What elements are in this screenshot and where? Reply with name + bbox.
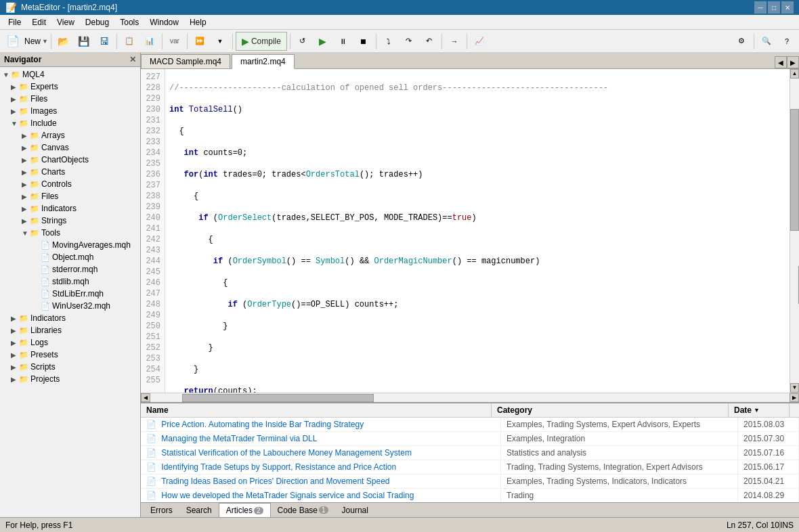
scroll-right-button[interactable]: ▶ — [790, 393, 799, 402]
window-controls: ─ □ ✕ — [754, 1, 794, 14]
settings-button[interactable]: ⚙ — [732, 32, 751, 51]
code-text[interactable]: //---------------------calculation of op… — [165, 69, 790, 393]
menu-view[interactable]: View — [51, 15, 80, 30]
minimize-button[interactable]: ─ — [754, 1, 766, 14]
tree-indicators[interactable]: ▶ 📁 Indicators — [0, 202, 140, 215]
tree-presets[interactable]: ▶ 📁 Presets — [0, 349, 140, 361]
tree-canvas[interactable]: ▶ 📁 Canvas — [0, 141, 140, 154]
chart-button[interactable]: 📈 — [470, 32, 489, 51]
tree-stdliberr[interactable]: 📄 StdLibErr.mqh — [0, 288, 140, 300]
new-button-group[interactable]: 📄 New ▼ — [3, 32, 48, 51]
article-row-5[interactable]: 📄 How we developed the MetaTrader Signal… — [141, 489, 799, 502]
tree-files2[interactable]: ▶ 📁 Files — [0, 190, 140, 202]
navigator-close[interactable]: ✕ — [129, 55, 136, 64]
article-name-4: 📄 Trading Ideas Based on Prices' Directi… — [141, 474, 501, 488]
save-all-button[interactable]: 🖫 — [95, 32, 114, 51]
scroll-up-button[interactable]: ▲ — [790, 69, 799, 79]
menu-file[interactable]: File — [3, 15, 26, 30]
article-icon-0: 📄 — [146, 420, 156, 429]
step-over-button[interactable]: ↷ — [400, 32, 418, 51]
tab-errors[interactable]: Errors — [144, 503, 179, 518]
horiz-scroll-thumb[interactable] — [182, 394, 374, 402]
tree-files[interactable]: ▶ 📁 Files — [0, 93, 140, 105]
menu-help[interactable]: Help — [184, 15, 212, 30]
step-out-button[interactable]: ↶ — [420, 32, 439, 51]
scroll-left-button[interactable]: ◀ — [141, 393, 150, 402]
pause-button[interactable]: ⏸ — [334, 32, 353, 51]
help-button[interactable]: ? — [777, 32, 796, 51]
view2-button[interactable]: 📊 — [140, 32, 159, 51]
tree-experts[interactable]: ▶ 📁 Experts — [0, 81, 140, 93]
tree-libraries[interactable]: ▶ 📁 Libraries — [0, 324, 140, 336]
tree-arrays[interactable]: ▶ 📁 Arrays — [0, 129, 140, 141]
sep-10 — [754, 33, 754, 49]
tree-controls[interactable]: ▶ 📁 Controls — [0, 178, 140, 190]
article-row-3[interactable]: 📄 Identifying Trade Setups by Support, R… — [141, 460, 799, 474]
code-container[interactable]: 227 228 229 230 231 232 233 234 235 236 … — [141, 69, 799, 393]
view-button[interactable]: 📋 — [120, 32, 139, 51]
tree-include[interactable]: ▼ 📁 Include — [0, 117, 140, 129]
tree-tools[interactable]: ▼ 📁 Tools — [0, 227, 140, 239]
article-icon-2: 📄 — [146, 448, 156, 458]
save-button[interactable]: 💾 — [74, 32, 93, 51]
menu-tools[interactable]: Tools — [114, 15, 144, 30]
var-button[interactable]: var — [165, 32, 184, 51]
tab-codebase[interactable]: Code Base 1 — [271, 503, 335, 518]
menu-debug[interactable]: Debug — [80, 15, 114, 30]
code-line-240: } — [169, 364, 785, 375]
tree-canvas-label: Canvas — [41, 143, 69, 152]
tree-indicators2[interactable]: ▶ 📁 Indicators — [0, 312, 140, 324]
tree-movingaverages[interactable]: 📄 MovingAverages.mqh — [0, 239, 140, 251]
stop-button[interactable]: ⏹ — [354, 32, 373, 51]
tree-charts[interactable]: ▶ 📁 Charts — [0, 166, 140, 178]
menu-window[interactable]: Window — [144, 15, 184, 30]
code-line-231: for(int trades=0; trades<OrdersTotal(); … — [169, 169, 785, 180]
close-button[interactable]: ✕ — [781, 1, 794, 14]
tree-projects[interactable]: ▶ 📁 Projects — [0, 373, 140, 385]
compile-button[interactable]: ▶ Compile — [236, 32, 287, 51]
tree-object[interactable]: 📄 Object.mqh — [0, 251, 140, 263]
article-row-0[interactable]: 📄 Price Action. Automating the Inside Ba… — [141, 418, 799, 432]
code-line-229: { — [169, 126, 785, 137]
goto-button[interactable]: → — [445, 32, 464, 51]
open-button[interactable]: 📂 — [54, 32, 73, 51]
tree-stderror[interactable]: 📄 stderror.mqh — [0, 263, 140, 275]
tab-macd[interactable]: MACD Sample.mq4 — [141, 54, 230, 68]
tab-martin[interactable]: martin2.mq4 — [232, 54, 295, 69]
breakpoint-button[interactable]: ⏩ — [190, 32, 209, 51]
search-button[interactable]: 🔍 — [757, 32, 776, 51]
expand-files-icon: ▶ — [11, 95, 18, 103]
scroll-down-button[interactable]: ▼ — [790, 383, 799, 393]
new-button[interactable]: 📄 — [3, 32, 23, 51]
new-dropdown-icon[interactable]: ▼ — [42, 38, 48, 45]
tab-journal[interactable]: Journal — [335, 503, 375, 518]
tree-winuser32-label: WinUser32.mqh — [52, 301, 110, 311]
maximize-button[interactable]: □ — [768, 1, 780, 14]
tree-winuser32[interactable]: 📄 WinUser32.mqh — [0, 300, 140, 312]
article-row-1[interactable]: 📄 Managing the MetaTrader Terminal via D… — [141, 432, 799, 446]
tab-articles[interactable]: Articles 2 — [219, 503, 271, 518]
tree-strings[interactable]: ▶ 📁 Strings — [0, 215, 140, 227]
back-button[interactable]: ↺ — [293, 32, 312, 51]
vertical-scrollbar[interactable]: ▲ ▼ — [790, 69, 799, 393]
tab-nav-left[interactable]: ◀ — [775, 56, 787, 68]
expand-indicators-icon: ▶ — [22, 205, 28, 213]
tab-search[interactable]: Search — [179, 503, 219, 518]
article-row-4[interactable]: 📄 Trading Ideas Based on Prices' Directi… — [141, 474, 799, 489]
menu-edit[interactable]: Edit — [26, 15, 51, 30]
tree-mql4[interactable]: ▼ 📁 MQL4 — [0, 68, 140, 81]
tree-scripts[interactable]: ▶ 📁 Scripts — [0, 361, 140, 373]
horizontal-scrollbar[interactable]: ◀ ▶ — [141, 393, 799, 402]
article-row-2[interactable]: 📄 Statistical Verification of the Labouc… — [141, 446, 799, 460]
breakpoint-drop-button[interactable]: ▼ — [211, 32, 230, 51]
tree-logs[interactable]: ▶ 📁 Logs — [0, 336, 140, 349]
run-button[interactable]: ▶ — [314, 32, 332, 51]
tree-chartobjects[interactable]: ▶ 📁 ChartObjects — [0, 154, 140, 166]
article-icon-1: 📄 — [146, 434, 156, 443]
tree-images[interactable]: ▶ 📁 Images — [0, 105, 140, 117]
step-into-button[interactable]: ⤵ — [379, 32, 398, 51]
tree-stdlib[interactable]: 📄 stdlib.mqh — [0, 275, 140, 288]
open-icon: 📂 — [58, 36, 69, 47]
tab-nav-right[interactable]: ▶ — [787, 56, 799, 68]
scroll-thumb[interactable] — [790, 109, 799, 231]
